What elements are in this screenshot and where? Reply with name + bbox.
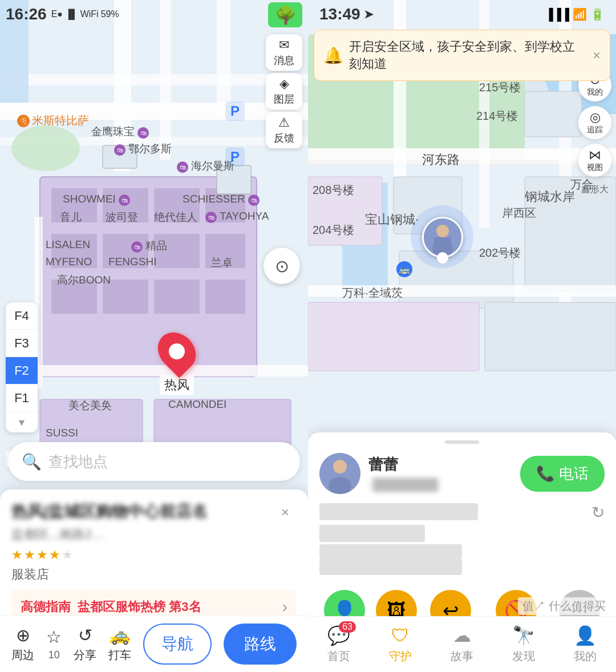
view-btn[interactable]: ⋈ 视图 xyxy=(578,144,611,177)
route-label: 路线 xyxy=(244,633,276,655)
favorite-btn[interactable]: ☆ 10 xyxy=(46,627,62,661)
svg-point-45 xyxy=(436,225,449,237)
my-label: 我的 xyxy=(587,87,603,98)
nav-discover[interactable]: 🔭 发现 xyxy=(512,625,535,664)
layer-label: 图层 xyxy=(274,92,294,106)
navigate-btn[interactable]: 导航 xyxy=(143,624,212,665)
gaode-arrow-icon: › xyxy=(282,598,287,616)
nearby-icon: ⊕ xyxy=(16,625,30,645)
battery-icon-left: 59% xyxy=(101,9,119,19)
nav-discover-label: 发现 xyxy=(512,649,535,664)
floor-selector: F4 F3 F2 F1 ▾ xyxy=(6,302,38,432)
notification-banner[interactable]: 🔔 开启安全区域，孩子安全到家、到学校立刻知道 × xyxy=(314,30,610,81)
poi-pin-inner xyxy=(169,343,185,359)
poi-category: 服装店 xyxy=(11,566,297,583)
poi-name: 热风|盐城区购物中心前店名 xyxy=(11,501,297,523)
location-main-blur2: ████████ xyxy=(319,525,425,542)
location-info-container: ██████████████ ████████ ████████████ ███… xyxy=(319,503,605,575)
floor-f1[interactable]: F1 xyxy=(6,384,38,412)
svg-rect-42 xyxy=(308,302,479,371)
floor-f1-label: F1 xyxy=(14,391,29,406)
status-bar-right: 13:49 ➤ ▐▐▐ 📶 🔋 xyxy=(308,0,616,29)
building-208: 208号楼 xyxy=(313,183,354,198)
phone-icon: 📞 xyxy=(536,465,554,483)
location-sub-text: ████████████ ████████████ xyxy=(319,544,586,575)
nav-mine[interactable]: 👤 我的 xyxy=(574,625,597,664)
building-204: 204号楼 xyxy=(313,222,354,238)
star-2: ★ xyxy=(24,548,35,562)
feedback-btn[interactable]: ⚠ 反馈 xyxy=(266,112,302,148)
location-info-row: ██████████████ ████████ ████████████ ███… xyxy=(308,503,616,581)
nav-guard[interactable]: 🛡 守护 xyxy=(389,625,412,664)
search-bar[interactable]: 🔍 查找地点 xyxy=(8,442,300,481)
svg-point-7 xyxy=(11,126,80,171)
track-icon: ◎ xyxy=(590,110,601,125)
floor-more[interactable]: ▾ xyxy=(6,412,38,432)
building-202: 202号楼 xyxy=(479,245,521,261)
taxi-btn[interactable]: 🚕 打车 xyxy=(108,625,131,663)
layer-icon: ◈ xyxy=(279,76,289,91)
share-icon: ↺ xyxy=(78,625,92,645)
poi-rating: ★ ★ ★ ★ ★ xyxy=(11,548,297,562)
location-sub-blur2: ████████████ xyxy=(319,560,462,575)
target-icon: ⊙ xyxy=(275,256,289,276)
svg-rect-47 xyxy=(434,237,451,248)
svg-rect-33 xyxy=(394,0,406,194)
time-left: 16:26 xyxy=(6,5,47,23)
wifi-icon-right: 📶 xyxy=(573,7,587,21)
signal-bars-icon: ▐▐▐ xyxy=(545,8,569,21)
route-btn[interactable]: 路线 xyxy=(224,624,297,665)
star-4: ★ xyxy=(49,548,60,562)
app-logo: 🌳 xyxy=(268,2,302,27)
status-bar-left: 16:26 E● ▐▌ WiFi 59% 🌳 xyxy=(0,0,308,29)
sim-icon: E● xyxy=(51,9,63,19)
call-btn[interactable]: 📞 电话 xyxy=(520,456,605,492)
call-label: 电话 xyxy=(559,464,589,484)
nearby-btn[interactable]: ⊕ 周边 xyxy=(11,625,34,663)
layer-btn[interactable]: ◈ 图层 xyxy=(266,73,302,110)
floor-f4[interactable]: F4 xyxy=(6,302,38,330)
star-1: ★ xyxy=(11,548,23,562)
person-info: 蕾蕾 ████████ xyxy=(319,453,442,494)
wifi-icon-left: WiFi xyxy=(80,9,99,19)
poi-marker[interactable]: 热风 xyxy=(160,331,194,395)
wanke-label: 万科·全域茨 xyxy=(342,285,403,301)
track-btn[interactable]: ◎ 追踪 xyxy=(578,106,611,139)
nav-story-label: 故事 xyxy=(451,649,473,664)
right-panel: 215号楼 214号楼 河东路 208号楼 钢城水岸 岸西区 204号楼 202… xyxy=(308,0,616,672)
favorite-count: 10 xyxy=(48,649,60,661)
nav-mine-label: 我的 xyxy=(574,649,597,664)
poi-address: 盐都区...南路2… xyxy=(11,526,297,543)
nav-story[interactable]: ☁ 故事 xyxy=(451,625,473,664)
message-btn[interactable]: ✉ 消息 xyxy=(266,34,302,71)
anxi-label: 岸西区 xyxy=(502,205,536,221)
floor-f3-label: F3 xyxy=(14,336,29,351)
map-controls: ✉ 消息 ◈ 图层 ⚠ 反馈 xyxy=(266,34,302,148)
poi-marker-label: 热风 xyxy=(160,375,194,395)
nav-home[interactable]: 💬 63 首页 xyxy=(327,625,350,664)
sheet-person-row: 蕾蕾 ████████ 📞 电话 xyxy=(308,444,616,503)
refresh-btn[interactable]: ↻ xyxy=(586,503,605,522)
person-status: ████████ xyxy=(368,477,442,492)
taxi-label: 打车 xyxy=(108,647,131,663)
story-nav-icon: ☁ xyxy=(453,625,471,646)
message-label: 消息 xyxy=(274,54,294,67)
location-target-btn[interactable]: ⊙ xyxy=(264,248,300,284)
home-nav-icon: 💬 63 xyxy=(327,625,350,646)
location-arrow-icon: ➤ xyxy=(364,7,374,21)
floor-f3[interactable]: F3 xyxy=(6,330,38,357)
banner-close-btn[interactable]: × xyxy=(593,47,601,63)
gangcheng-label: 钢城水岸 xyxy=(525,188,575,205)
search-placeholder: 查找地点 xyxy=(48,452,108,472)
share-btn[interactable]: ↺ 分享 xyxy=(74,625,96,663)
gaode-text: 高德指南 xyxy=(21,600,71,614)
discover-nav-icon: 🔭 xyxy=(512,625,535,646)
signal-icon: ▐▌ xyxy=(65,9,78,19)
svg-rect-19 xyxy=(154,280,200,314)
bottom-sheet-left: × 热风|盐城区购物中心前店名 盐都区...南路2… ★ ★ ★ ★ ★ 服装店… xyxy=(0,489,308,672)
left-panel: 🍕 米斯特比萨 金鹰珠宝 🛍 🛍 鄂尔多斯 🛍 海尔曼斯 SHOWMEI 🛍 S… xyxy=(0,0,308,672)
floor-f2[interactable]: F2 xyxy=(6,357,38,384)
svg-rect-43 xyxy=(485,302,616,371)
favorite-icon: ☆ xyxy=(46,627,62,647)
person-details: 蕾蕾 ████████ xyxy=(368,455,442,492)
